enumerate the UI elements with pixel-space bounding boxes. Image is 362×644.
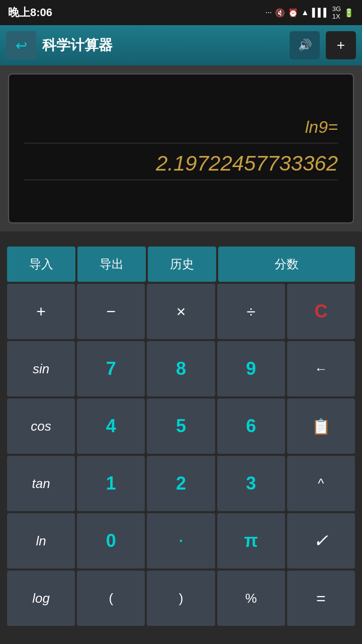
- 3-button[interactable]: 3: [217, 456, 285, 511]
- display-area: ln9= 2.19722457733362: [0, 65, 362, 231]
- status-bar: 晚上8:06 ··· 🔇 ⏰ ▲ ▌▌▌ 3G1X 🔋: [0, 0, 362, 25]
- 8-button[interactable]: 8: [147, 341, 215, 396]
- multiply-button[interactable]: ×: [147, 284, 215, 339]
- 7-button[interactable]: 7: [77, 341, 145, 396]
- dot-button[interactable]: ·: [147, 513, 215, 569]
- log-button[interactable]: log: [7, 571, 75, 626]
- history-button[interactable]: 历史: [148, 247, 216, 282]
- result-line: 2.19722457733362: [24, 151, 338, 180]
- top-row: 导入 导出 历史 分数: [7, 247, 355, 282]
- clear-button[interactable]: C: [287, 284, 355, 339]
- cos-button[interactable]: cos: [7, 398, 75, 454]
- status-icons: ··· 🔇 ⏰ ▲ ▌▌▌ 3G1X 🔋: [265, 5, 354, 20]
- equals-button[interactable]: =: [287, 571, 355, 626]
- lparen-button[interactable]: (: [77, 571, 145, 626]
- sin-button[interactable]: sin: [7, 341, 75, 396]
- 2-button[interactable]: 2: [147, 456, 215, 511]
- add-icon: +: [337, 37, 345, 53]
- 9-button[interactable]: 9: [217, 341, 285, 396]
- sound-icon: 🔊: [298, 39, 312, 52]
- minus-button[interactable]: −: [77, 284, 145, 339]
- percent-button[interactable]: %: [217, 571, 285, 626]
- 4-button[interactable]: 4: [77, 398, 145, 454]
- signal-dots: ···: [265, 8, 272, 17]
- expression-line: ln9=: [24, 117, 338, 143]
- export-button[interactable]: 导出: [77, 247, 146, 282]
- plus-button[interactable]: +: [7, 284, 75, 339]
- mute-icon: 🔇: [275, 8, 285, 18]
- wifi-icon: ▲: [301, 8, 309, 17]
- pi-button[interactable]: π: [217, 513, 285, 569]
- network-type: 3G1X: [332, 5, 341, 20]
- back-icon: ↩: [16, 37, 27, 54]
- 5-button[interactable]: 5: [147, 398, 215, 454]
- battery-icon: 🔋: [344, 8, 354, 18]
- back-button[interactable]: ↩: [6, 31, 36, 59]
- divide-button[interactable]: ÷: [217, 284, 285, 339]
- power-button[interactable]: ^: [287, 456, 355, 511]
- spacer: [0, 231, 362, 247]
- backspace-button[interactable]: ←: [287, 341, 355, 396]
- add-button[interactable]: +: [326, 31, 356, 59]
- copy-button[interactable]: 📋: [287, 398, 355, 454]
- alarm-icon: ⏰: [288, 8, 298, 18]
- tan-button[interactable]: tan: [7, 456, 75, 511]
- signal-bars: ▌▌▌: [312, 8, 329, 17]
- rparen-button[interactable]: ): [147, 571, 215, 626]
- calc-grid: + − × ÷ C sin 7 8 9 ← cos 4 5 6 📋 tan 1 …: [7, 284, 355, 626]
- sound-button[interactable]: 🔊: [290, 31, 320, 59]
- import-button[interactable]: 导入: [7, 247, 75, 282]
- keypad-area: 导入 导出 历史 分数 + − × ÷ C sin 7 8 9 ← cos 4 …: [0, 247, 362, 633]
- ln-button[interactable]: ln: [7, 513, 75, 569]
- display-inner: ln9= 2.19722457733362: [8, 73, 354, 223]
- 0-button[interactable]: 0: [77, 513, 145, 569]
- 1-button[interactable]: 1: [77, 456, 145, 511]
- app-title: 科学计算器: [42, 36, 284, 55]
- enter-button[interactable]: ✓: [287, 513, 355, 569]
- 6-button[interactable]: 6: [217, 398, 285, 454]
- fraction-button[interactable]: 分数: [218, 247, 355, 282]
- title-bar: ↩ 科学计算器 🔊 +: [0, 25, 362, 65]
- status-time: 晚上8:06: [8, 5, 52, 20]
